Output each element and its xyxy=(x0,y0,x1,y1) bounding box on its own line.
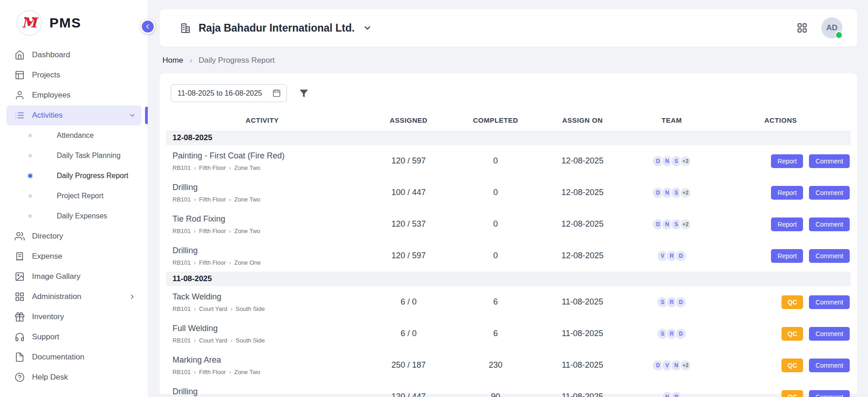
sidebar-item-documentation[interactable]: Documentation xyxy=(6,347,141,367)
content-card: 11-08-2025 to 16-08-2025 ACTIVITY ASSIGN… xyxy=(160,73,857,394)
company-selector[interactable]: Raja Bahadur International Ltd. xyxy=(180,22,372,34)
comment-button[interactable]: Comment xyxy=(809,390,850,397)
actions-cell: Report Comment xyxy=(711,154,851,168)
comment-button[interactable]: Comment xyxy=(809,186,850,200)
sidebar-item-dashboard[interactable]: Dashboard xyxy=(6,45,141,65)
date-range-value: 11-08-2025 to 16-08-2025 xyxy=(178,89,262,98)
activity-title: Tack Welding xyxy=(173,292,358,302)
sidebar-collapse-button[interactable] xyxy=(140,19,155,34)
qc-button[interactable]: QC xyxy=(782,295,803,309)
comment-button[interactable]: Comment xyxy=(809,327,850,341)
activity-path: RB101 Fifth Floor Zone One xyxy=(173,259,358,266)
sidebar-item-image-gallary[interactable]: Image Gallary xyxy=(6,266,141,287)
bullet-icon xyxy=(28,154,32,158)
date-group-header: 11-08-2025 xyxy=(166,272,851,286)
activity-title: Drilling xyxy=(173,387,358,397)
sidebar-item-attendance[interactable]: Attendance xyxy=(6,125,141,146)
sidebar-item-expense[interactable]: Expense xyxy=(6,246,141,266)
team-avatar-more[interactable]: +2 xyxy=(679,218,691,230)
actions-cell: QC Comment xyxy=(711,295,851,309)
assign-on-value: 11-08-2025 xyxy=(532,297,633,307)
activity-cell: Drilling RB101 Fifth Floor Zone Two xyxy=(166,183,358,203)
breadcrumb-home[interactable]: Home xyxy=(162,56,183,65)
chevron-separator-icon xyxy=(229,164,231,171)
sidebar-item-projects[interactable]: Projects xyxy=(6,65,141,85)
report-button[interactable]: Report xyxy=(771,218,803,231)
sidebar-subitem-label: Attendance xyxy=(57,131,94,140)
team-avatar[interactable]: D xyxy=(675,296,687,308)
sidebar-item-directory[interactable]: Directory xyxy=(6,226,141,246)
completed-value: 6 xyxy=(459,329,532,338)
apps-grid-icon[interactable] xyxy=(797,22,808,33)
report-button[interactable]: Report xyxy=(771,249,803,263)
column-header-assigned: ASSIGNED xyxy=(358,116,459,124)
chevron-separator-icon xyxy=(194,228,196,234)
team-avatar-more[interactable]: +2 xyxy=(679,155,691,167)
sidebar-item-employees[interactable]: Employees xyxy=(6,85,141,105)
actions-cell: QC Comment xyxy=(711,359,851,372)
user-avatar[interactable]: AD xyxy=(821,17,842,38)
assigned-value: 100 / 447 xyxy=(358,188,459,197)
column-header-assign-on: ASSIGN ON xyxy=(532,116,633,124)
team-avatar[interactable]: R xyxy=(670,391,682,397)
sidebar-item-daily-expenses[interactable]: Daily Expenses xyxy=(6,206,141,226)
chevron-separator-icon xyxy=(229,369,231,375)
topbar-right: AD xyxy=(797,17,842,38)
report-button[interactable]: Report xyxy=(771,154,803,168)
sidebar-item-label: Dashboard xyxy=(32,50,70,60)
assigned-value: 120 / 447 xyxy=(358,392,459,397)
report-button[interactable]: Report xyxy=(771,186,803,200)
assigned-value: 120 / 597 xyxy=(358,156,459,166)
chevron-separator-icon xyxy=(194,305,196,312)
administration-icon xyxy=(15,292,25,302)
chevron-down-icon xyxy=(363,23,372,33)
comment-button[interactable]: Comment xyxy=(809,359,850,372)
date-range-input[interactable]: 11-08-2025 to 16-08-2025 xyxy=(171,84,287,102)
qc-button[interactable]: QC xyxy=(782,327,803,341)
sidebar-item-project-report[interactable]: Project Report xyxy=(6,186,141,206)
inventory-icon xyxy=(15,312,25,322)
team-avatar-more[interactable]: +2 xyxy=(679,187,691,199)
completed-value: 90 xyxy=(459,392,532,397)
comment-button[interactable]: Comment xyxy=(809,154,850,168)
sidebar-item-label: Activities xyxy=(32,111,63,120)
comment-button[interactable]: Comment xyxy=(809,295,850,309)
sidebar-item-daily-progress-report[interactable]: Daily Progress Report xyxy=(6,166,141,186)
comment-button[interactable]: Comment xyxy=(809,249,850,263)
activity-cell: Tie Rod Fixing RB101 Fifth Floor Zone Tw… xyxy=(166,214,358,234)
sidebar-item-support[interactable]: Support xyxy=(6,327,141,347)
assigned-value: 6 / 0 xyxy=(358,297,459,307)
team-avatars: N R xyxy=(633,391,711,397)
sidebar-item-administration[interactable]: Administration xyxy=(6,287,141,307)
column-header-team: TEAM xyxy=(633,116,711,124)
activity-title: Full Welding xyxy=(173,324,358,333)
team-avatar[interactable]: D xyxy=(675,328,687,340)
employee-icon xyxy=(15,90,25,100)
bullet-icon xyxy=(28,194,32,198)
completed-value: 0 xyxy=(459,219,532,229)
team-avatars: D N S +2 xyxy=(633,155,711,167)
qc-button[interactable]: QC xyxy=(782,390,803,397)
activity-path: RB101 Fifth Floor Zone Two xyxy=(173,228,358,234)
team-avatar[interactable]: D xyxy=(675,250,687,262)
activity-title: Painting - First Coat (Fire Red) xyxy=(173,151,358,161)
qc-button[interactable]: QC xyxy=(782,359,803,372)
sidebar-item-label: Directory xyxy=(32,232,63,241)
completed-value: 0 xyxy=(459,251,532,261)
chevron-left-icon xyxy=(144,23,151,30)
top-header: Raja Bahadur International Ltd. AD xyxy=(160,9,857,47)
team-avatar-more[interactable]: +2 xyxy=(679,359,691,371)
sidebar-item-inventory[interactable]: Inventory xyxy=(6,307,141,327)
chevron-separator-icon xyxy=(231,337,232,344)
activity-path: RB101 Court Yard South Side xyxy=(173,337,358,344)
assign-on-value: 12-08-2025 xyxy=(532,156,633,166)
app-root: M PMS Dashboard Projects Employees xyxy=(0,0,868,397)
team-avatars: D N S +2 xyxy=(633,218,711,230)
chevron-separator-icon xyxy=(194,369,196,375)
sidebar-item-help-desk[interactable]: Help Desk xyxy=(6,367,141,387)
comment-button[interactable]: Comment xyxy=(809,218,850,231)
activity-title: Tie Rod Fixing xyxy=(173,214,358,224)
sidebar-item-activities[interactable]: Activities xyxy=(6,105,141,125)
filter-icon[interactable] xyxy=(299,88,309,98)
sidebar-item-daily-task-planning[interactable]: Daily Task Planning xyxy=(6,146,141,166)
